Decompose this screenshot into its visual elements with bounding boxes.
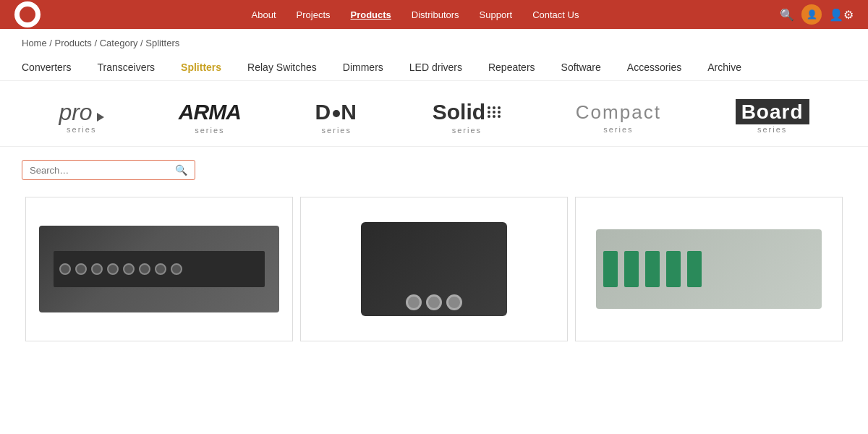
cable-gland: [406, 294, 422, 310]
breadcrumb-sep2: /: [94, 38, 99, 48]
account-icon[interactable]: 👤⚙: [829, 8, 854, 22]
search-box: 🔍: [22, 160, 195, 180]
search-area: 🔍: [0, 147, 868, 193]
solid-series-label: series: [452, 126, 482, 135]
pro-arrow-icon: [97, 113, 104, 122]
cat-splitters[interactable]: Splitters: [168, 61, 234, 73]
series-compact[interactable]: Compact series: [569, 97, 668, 138]
cable-gland: [426, 294, 442, 310]
arma-series-label: series: [195, 126, 224, 135]
cat-relay-switches[interactable]: Relay Switches: [234, 61, 330, 73]
board-series-label: series: [757, 125, 787, 134]
terminal-block: [687, 251, 702, 287]
category-nav: Converters Transceivers Splitters Relay …: [0, 54, 868, 81]
xlr-port: [155, 263, 166, 275]
nav-products[interactable]: Products: [351, 9, 391, 20]
xlr-port: [123, 263, 135, 275]
cat-converters[interactable]: Converters: [22, 61, 84, 73]
terminal-block: [645, 251, 660, 287]
header-icons: 🔍 👤 👤⚙: [780, 4, 854, 25]
nav-support[interactable]: Support: [480, 9, 513, 20]
logo-circle: [14, 1, 41, 27]
terminal-block: [666, 251, 681, 287]
search-icon[interactable]: 🔍: [780, 8, 794, 22]
breadcrumb-products[interactable]: Products: [55, 38, 92, 48]
logo-inner: [20, 7, 35, 22]
compact-series-label: series: [603, 125, 633, 134]
xlr-port: [59, 263, 71, 275]
breadcrumb-current: Splitters: [145, 38, 179, 48]
xlr-port: [75, 263, 87, 275]
pro-series-label: series: [67, 125, 96, 134]
solid-logo: Solid: [433, 100, 501, 124]
xlr-port: [91, 263, 103, 275]
product-image-3: [596, 229, 822, 309]
series-arma[interactable]: ARMA series: [171, 95, 248, 139]
header: About Projects Products Distributors Sup…: [0, 0, 868, 29]
user-avatar[interactable]: 👤: [801, 4, 822, 25]
series-pro[interactable]: pro series: [51, 96, 111, 138]
series-area: pro series ARMA series DN series Solid s…: [0, 81, 868, 147]
breadcrumb-sep1: /: [49, 38, 54, 48]
cable-glands: [404, 294, 464, 310]
cat-dimmers[interactable]: Dimmers: [330, 61, 396, 73]
nav-contact[interactable]: Contact Us: [532, 9, 579, 20]
cat-led-drivers[interactable]: LED drivers: [396, 61, 475, 73]
product-grid: [0, 193, 868, 367]
logo[interactable]: [14, 1, 51, 27]
nav-projects[interactable]: Projects: [297, 9, 331, 20]
solid-dots-icon: [488, 106, 501, 118]
nav-distributors[interactable]: Distributors: [412, 9, 459, 20]
product-image-2: [361, 222, 507, 316]
cat-transceivers[interactable]: Transceivers: [84, 61, 168, 73]
cable-gland: [446, 294, 462, 310]
terminal-block: [603, 251, 618, 287]
terminal-block: [624, 251, 639, 287]
arma-logo: ARMA: [179, 100, 241, 124]
board-logo: Board: [736, 101, 809, 124]
din-series-label: series: [322, 126, 352, 135]
pro-logo: pro: [59, 101, 104, 124]
series-din[interactable]: DN series: [308, 95, 365, 139]
series-solid[interactable]: Solid series: [425, 95, 509, 139]
nav-about[interactable]: About: [252, 9, 276, 20]
breadcrumb: Home / Products / Category / Splitters: [0, 29, 868, 54]
series-board[interactable]: Board series: [728, 96, 817, 138]
product-card-2[interactable]: [300, 197, 568, 341]
cat-repeaters[interactable]: Repeaters: [475, 61, 548, 73]
cat-archive[interactable]: Archive: [694, 61, 754, 73]
cat-software[interactable]: Software: [548, 61, 614, 73]
search-input[interactable]: [30, 165, 175, 176]
product-card-3[interactable]: [575, 197, 843, 341]
rack-unit: [54, 251, 264, 287]
header-nav: About Projects Products Distributors Sup…: [252, 9, 579, 20]
xlr-port: [107, 263, 119, 275]
din-logo: DN: [315, 100, 358, 124]
search-button[interactable]: 🔍: [175, 164, 187, 176]
breadcrumb-home[interactable]: Home: [22, 38, 47, 48]
breadcrumb-category[interactable]: Category: [100, 38, 138, 48]
cat-accessories[interactable]: Accessories: [614, 61, 694, 73]
xlr-port: [139, 263, 150, 275]
product-image-1: [39, 226, 278, 312]
compact-logo: Compact: [576, 101, 661, 124]
product-card-1[interactable]: [25, 197, 293, 341]
xlr-port: [171, 263, 182, 275]
